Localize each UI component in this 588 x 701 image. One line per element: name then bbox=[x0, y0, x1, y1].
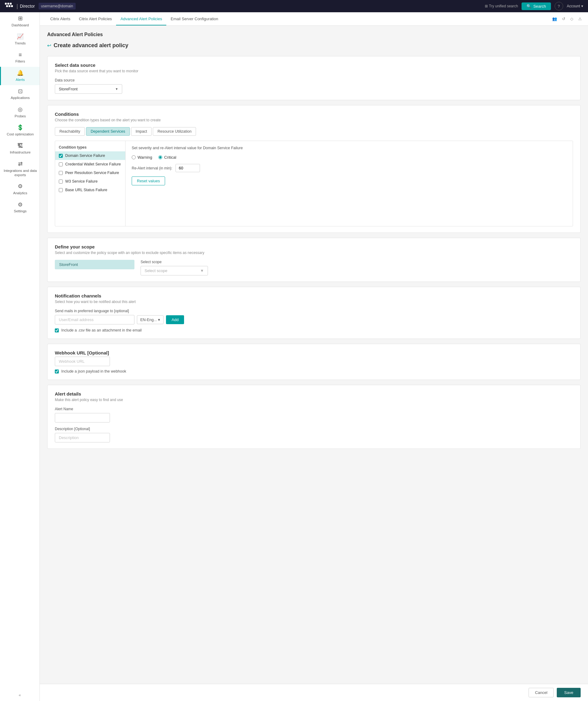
severity-warning-label[interactable]: Warning bbox=[132, 155, 152, 160]
tab-resource-utilization[interactable]: Resource Utilization bbox=[153, 127, 196, 136]
description-input[interactable] bbox=[55, 433, 110, 442]
analytics-icon: ⚙ bbox=[18, 183, 23, 190]
sidebar-item-infrastructure[interactable]: 🏗 Infrastructure bbox=[0, 140, 39, 158]
tab-citrix-alert-policies[interactable]: Citrix Alert Policies bbox=[75, 13, 116, 25]
email-input[interactable] bbox=[55, 315, 134, 324]
diamond-icon[interactable]: ◇ bbox=[570, 17, 573, 21]
cond-checkbox-baseurl[interactable] bbox=[59, 188, 63, 192]
svg-rect-1 bbox=[7, 3, 9, 5]
sidebar-item-trends[interactable]: 📈 Trends bbox=[0, 30, 39, 48]
trends-icon: 📈 bbox=[17, 33, 24, 40]
notification-card: Notification channels Select how you wan… bbox=[47, 287, 581, 339]
tab-advanced-alert-policies[interactable]: Advanced Alert Policies bbox=[116, 13, 166, 25]
scope-subtitle: Select and customize the policy scope wi… bbox=[55, 251, 573, 255]
back-button[interactable]: ↩ bbox=[47, 43, 51, 48]
sidebar-item-label: Applications bbox=[11, 96, 30, 100]
reset-values-button[interactable]: Reset values bbox=[132, 177, 165, 185]
severity-critical-label[interactable]: Critical bbox=[158, 155, 177, 160]
tab-reachability[interactable]: Reachability bbox=[55, 127, 85, 136]
lang-value: EN-Eng... bbox=[140, 318, 157, 322]
alert-details-title: Alert details bbox=[55, 391, 573, 397]
cond-checkbox-domain[interactable] bbox=[59, 154, 63, 158]
csv-checkbox[interactable] bbox=[55, 328, 59, 332]
send-mails-label: Send mails in preferred language to [opt… bbox=[55, 309, 573, 313]
try-unified-search[interactable]: ⊞ Try unified search bbox=[485, 4, 518, 8]
probes-icon: ◎ bbox=[18, 106, 23, 113]
notification-title: Notification channels bbox=[55, 293, 573, 298]
scope-items: StoreFront bbox=[55, 260, 134, 269]
sidebar-item-filters[interactable]: ≡ Filters bbox=[0, 49, 39, 67]
cancel-button[interactable]: Cancel bbox=[529, 688, 554, 697]
select-scope-placeholder: Select scope bbox=[144, 268, 167, 273]
sidebar-item-label: Alerts bbox=[16, 78, 24, 82]
sidebar-item-alerts[interactable]: 🔔 Alerts bbox=[0, 67, 39, 85]
tab-impact[interactable]: Impact bbox=[131, 127, 152, 136]
json-payload-row: Include a json payload in the webhook bbox=[55, 369, 573, 374]
settings-icon: ⚙ bbox=[18, 202, 23, 208]
email-row: EN-Eng... ▾ Add bbox=[55, 315, 573, 324]
user-info: username@domain bbox=[39, 3, 76, 9]
severity-critical-radio[interactable] bbox=[158, 155, 162, 159]
save-button[interactable]: Save bbox=[557, 688, 581, 697]
tab-dependent-services[interactable]: Dependent Services bbox=[86, 127, 130, 136]
webhook-title: Webhook URL [Optional] bbox=[55, 350, 573, 356]
tab-email-server-configuration[interactable]: Email Server Configuration bbox=[166, 13, 222, 25]
chevron-down-icon: ▾ bbox=[158, 317, 160, 322]
cond-checkbox-w3[interactable] bbox=[59, 180, 63, 184]
main-content: Citrix Alerts Citrix Alert Policies Adva… bbox=[40, 12, 588, 701]
description-label: Description [Optional] bbox=[55, 427, 573, 431]
cond-item-base-url[interactable]: Base URL Status Failure bbox=[55, 186, 125, 194]
alert-icon[interactable]: ⚠ bbox=[578, 17, 582, 21]
sidebar-collapse-button[interactable]: « bbox=[0, 689, 39, 701]
cond-item-w3-service[interactable]: W3 Service Failure bbox=[55, 177, 125, 186]
json-payload-label: Include a json payload in the webhook bbox=[61, 369, 126, 374]
sidebar-item-integrations[interactable]: ⇄ Integrations and data exports bbox=[0, 158, 39, 180]
help-button[interactable]: ? bbox=[555, 2, 563, 10]
svg-rect-0 bbox=[5, 3, 7, 5]
search-button[interactable]: 🔍 Search bbox=[522, 2, 551, 10]
json-payload-checkbox[interactable] bbox=[55, 370, 59, 374]
select-scope-dropdown[interactable]: Select scope ▼ bbox=[140, 266, 208, 275]
users-icon[interactable]: 👥 bbox=[552, 17, 557, 21]
cond-item-domain-service-failure[interactable]: Domain Service Failure bbox=[55, 151, 125, 160]
alert-name-input[interactable] bbox=[55, 413, 110, 423]
notification-subtitle: Select how you want to be notified about… bbox=[55, 300, 573, 304]
sidebar-item-settings[interactable]: ⚙ Settings bbox=[0, 199, 39, 217]
cond-label-domain: Domain Service Failure bbox=[65, 154, 105, 158]
language-select[interactable]: EN-Eng... ▾ bbox=[137, 315, 164, 324]
add-email-button[interactable]: Add bbox=[166, 315, 184, 324]
cond-item-peer-resolution[interactable]: Peer Resolution Service Failure bbox=[55, 169, 125, 177]
svg-rect-4 bbox=[9, 5, 10, 7]
page-section-title: Advanced Alert Policies bbox=[47, 32, 581, 37]
sidebar-item-probes[interactable]: ◎ Probes bbox=[0, 103, 39, 121]
scope-storefront-item[interactable]: StoreFront bbox=[55, 260, 134, 269]
alert-details-subtitle: Make this alert policy easy to find and … bbox=[55, 398, 573, 402]
sidebar-item-applications[interactable]: ⊡ Applications bbox=[0, 85, 39, 103]
sidebar-item-dashboard[interactable]: ⊞ Dashboard bbox=[0, 12, 39, 30]
cond-checkbox-peer[interactable] bbox=[59, 171, 63, 175]
sidebar-item-cost-optimization[interactable]: 💲 Cost optimization bbox=[0, 121, 39, 140]
tab-citrix-alerts[interactable]: Citrix Alerts bbox=[46, 13, 75, 25]
data-source-select[interactable]: StoreFront ▼ bbox=[55, 84, 122, 94]
reinterval-input[interactable] bbox=[176, 164, 200, 172]
search-icon: 🔍 bbox=[527, 4, 531, 9]
reinterval-row: Re-Alert interval (in min): bbox=[132, 164, 567, 172]
filters-icon: ≡ bbox=[19, 52, 22, 58]
sidebar-item-label: Cost optimization bbox=[7, 133, 34, 137]
sidebar-item-label: Analytics bbox=[13, 191, 27, 196]
scope-title: Define your scope bbox=[55, 244, 573, 249]
data-source-subtitle: Pick the data source event that you want… bbox=[55, 69, 573, 73]
account-button[interactable]: Account ▾ bbox=[567, 4, 583, 8]
severity-warning-radio[interactable] bbox=[132, 155, 136, 159]
sidebar-item-label: Settings bbox=[14, 209, 27, 214]
data-source-title: Select data source bbox=[55, 62, 573, 68]
cond-checkbox-credential[interactable] bbox=[59, 162, 63, 166]
sidebar-item-analytics[interactable]: ⚙ Analytics bbox=[0, 180, 39, 198]
sidebar-item-label: Dashboard bbox=[12, 23, 29, 28]
svg-rect-5 bbox=[11, 5, 13, 7]
webhook-input[interactable] bbox=[55, 357, 110, 366]
webhook-card: Webhook URL [Optional] Include a json pa… bbox=[47, 344, 581, 380]
cond-item-credential-wallet[interactable]: Credential Wallet Service Failure bbox=[55, 160, 125, 169]
topnav: | Director username@domain ⊞ Try unified… bbox=[0, 0, 588, 12]
refresh-icon[interactable]: ↺ bbox=[562, 17, 565, 21]
